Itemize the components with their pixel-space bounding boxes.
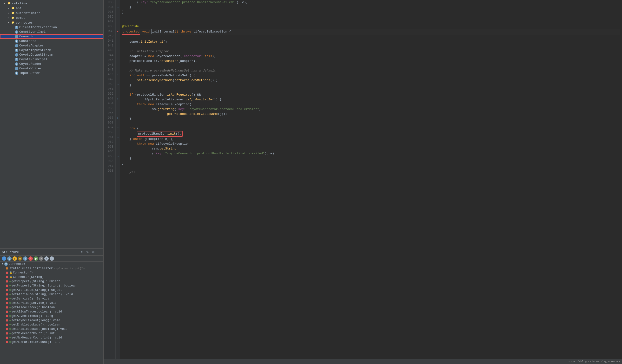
sort-order-button[interactable]: ⇅ <box>85 250 90 255</box>
arrow-comet: ▶ <box>8 16 11 19</box>
filter-protected-button[interactable]: p <box>34 256 38 261</box>
tree-item-comet[interactable]: ▶ 📁 comet <box>0 15 103 20</box>
gutter-946 <box>116 63 120 67</box>
structure-item-set-async-timeout[interactable]: m setAsyncTimeout(long): void <box>0 318 103 323</box>
class-icon-coyote-writer: C <box>15 67 18 70</box>
access-icon-ss: m <box>9 302 11 304</box>
access-icon-smh: m <box>9 337 11 339</box>
code-line-967 <box>122 166 620 170</box>
close-structure-button[interactable]: — <box>97 250 101 255</box>
class-icon-comet-event: C <box>15 30 18 34</box>
structure-item-constructor2[interactable]: 🔓 Connector(String) <box>0 275 103 279</box>
filter-inherited-button[interactable]: ↑ <box>44 256 49 261</box>
structure-item-set-property[interactable]: m setProperty(String, String): boolean <box>0 284 103 288</box>
tree-item-connector[interactable]: C Connector <box>0 34 103 39</box>
code-line-937 <box>122 19 620 24</box>
access-icon-c2: 🔓 <box>9 276 12 278</box>
structure-list: ▼ C Connector static class initializer r… <box>0 262 103 364</box>
tree-item-coyote-principal[interactable]: C CoyotePrincipal <box>0 57 103 62</box>
gutter-945 <box>116 58 120 63</box>
filter-public-button[interactable]: P <box>28 256 33 261</box>
arrow-ant: ▶ <box>8 7 11 10</box>
filter-fields-button[interactable]: f <box>2 256 6 261</box>
line-numbers: 933 934 935 936 937 938 939 940 941 942 … <box>104 0 116 359</box>
structure-item-get-max-param[interactable]: m getMaxParameterCount(): int <box>0 340 103 344</box>
code-line-941: super.initInternal(); <box>122 39 620 44</box>
sort-alpha-button[interactable]: ≡ <box>79 250 84 255</box>
structure-item-get-enable-lookups[interactable]: m getEnableLookups(): boolean <box>0 323 103 327</box>
label-get-max-param: getMaxParameterCount(): int <box>11 340 60 344</box>
access-icon-gp: m <box>9 280 11 283</box>
dot-get-enable <box>6 324 8 326</box>
tree-item-comet-event[interactable]: C CometEventImpl <box>0 30 103 34</box>
code-line-953: !AprLifecycleListener.isAprAvailable()) … <box>122 97 620 102</box>
structure-item-get-async-timeout[interactable]: m getAsyncTimeout(): long <box>0 314 103 318</box>
dot-set-attribute <box>6 293 8 296</box>
structure-item-get-service[interactable]: m getService(): Service <box>0 297 103 301</box>
tree-item-catalina[interactable]: ▼ 📁 catalina <box>0 1 103 6</box>
access-icon-gmh: m <box>9 332 11 335</box>
structure-item-get-attribute[interactable]: m getAttribute(String): Object <box>0 288 103 292</box>
structure-item-get-property[interactable]: m getProperty(String): Object <box>0 279 103 284</box>
tree-label-authenticator: authenticator <box>16 11 40 15</box>
structure-item-static-init[interactable]: static class initializer replacements.pu… <box>0 266 103 271</box>
tree-item-coyote-output[interactable]: C CoyoteOutputStream <box>0 53 103 57</box>
filter-static-button[interactable]: s <box>7 256 12 261</box>
structure-class-name: Connector <box>9 262 25 266</box>
structure-item-set-enable-lookups[interactable]: m setEnableLookups(boolean): void <box>0 327 103 331</box>
structure-item-get-allow-trace[interactable]: m getAllowTrace(): boolean <box>0 305 103 309</box>
tree-item-authenticator[interactable]: ▶ 📁 authenticator <box>0 11 103 15</box>
dot-set-max-header <box>6 337 8 339</box>
settings-button[interactable]: ⚙ <box>91 250 96 255</box>
code-line-957: } <box>122 116 620 121</box>
protocol-handler-highlight: protocolHandler.init(); <box>137 131 182 137</box>
status-bar: https://blog.csdn.net/qq_34361283 <box>104 359 622 364</box>
label-set-async-timeout: setAsyncTimeout(long): void <box>11 319 60 322</box>
gutter-941 <box>116 38 120 43</box>
structure-item-set-max-header[interactable]: m setMaxHeaderCount(int): void <box>0 336 103 340</box>
gutter-933 <box>116 0 120 5</box>
label-get-max-header: getMaxHeaderCount(): int <box>11 332 55 335</box>
tree-item-coyote-input[interactable]: C CoyoteInputStream <box>0 48 103 53</box>
tree-label-coyote-principal: CoyotePrincipal <box>19 57 47 61</box>
dot-constructor1 <box>6 272 8 274</box>
gutter-938 <box>116 24 120 29</box>
code-line-966: } <box>122 161 620 166</box>
structure-item-set-service[interactable]: m setService(Service): void <box>0 301 103 305</box>
code-lines[interactable]: ( key: "coyoteConnector.protocolHandlerR… <box>120 0 622 359</box>
label-set-service: setService(Service): void <box>11 301 57 305</box>
class-icon-coyote-input: C <box>15 49 18 52</box>
filter-types-button[interactable]: T <box>23 256 27 261</box>
tree-item-input-buffer[interactable]: C InputBuffer <box>0 71 103 75</box>
filter-constructors-button[interactable]: c <box>13 256 17 261</box>
tree-label-client-abort: ClientAbortException <box>19 25 57 29</box>
tree-label-connector: Connector <box>19 35 36 38</box>
tree-item-client-abort[interactable]: C ClientAbortException <box>0 25 103 30</box>
label-get-service: getService(): Service <box>11 297 49 300</box>
folder-icon-catalina: 📁 <box>7 1 11 5</box>
protected-highlight: protected <box>122 29 140 35</box>
code-content: 933 934 935 936 937 938 939 940 941 942 … <box>104 0 622 359</box>
gutter-937 <box>116 19 120 24</box>
tree-item-coyote-writer[interactable]: C CoyoteWriter <box>0 66 103 71</box>
dot-get-service <box>6 298 8 300</box>
filter-other-button[interactable]: ↓ <box>50 256 54 261</box>
gutter-965: ▷ <box>116 154 120 159</box>
tree-item-connector-folder[interactable]: ▼ 📁 connector <box>0 20 103 25</box>
tree-item-coyote-adapter[interactable]: C CoyoteAdapter <box>0 43 103 48</box>
structure-filter-row: f s c m T P p × ↑ ↓ <box>0 256 103 262</box>
label-get-attribute: getAttribute(String): Object <box>11 288 62 292</box>
dot-get-max-param <box>6 341 8 343</box>
structure-item-constructor1[interactable]: 🔓 Connector() <box>0 271 103 275</box>
structure-panel: Structure ≡ ⇅ ⚙ — f s c m T P p × ↑ ↓ ▼ <box>0 248 103 364</box>
structure-item-set-attribute[interactable]: m setAttribute(String, Object): void <box>0 292 103 297</box>
tree-item-coyote-reader[interactable]: C CoyoteReader <box>0 62 103 66</box>
filter-methods-button[interactable]: m <box>18 256 22 261</box>
structure-item-set-allow-trace[interactable]: m setAllowTrace(boolean): void <box>0 309 103 314</box>
tree-item-ant[interactable]: ▶ 📁 ant <box>0 6 103 11</box>
filter-private-button[interactable]: × <box>39 256 43 261</box>
code-line-950: } <box>122 83 620 88</box>
structure-item-get-max-header[interactable]: m getMaxHeaderCount(): int <box>0 331 103 336</box>
tree-item-constants[interactable]: C Constants <box>0 39 103 43</box>
class-icon-constants: C <box>15 39 18 43</box>
